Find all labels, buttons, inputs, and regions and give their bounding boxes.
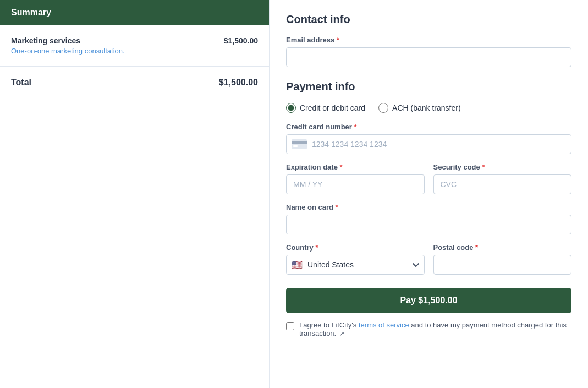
item-name: Marketing services xyxy=(11,36,125,45)
terms-link[interactable]: terms of service xyxy=(359,321,409,329)
svg-rect-2 xyxy=(293,145,298,147)
summary-header: Summary xyxy=(0,0,269,25)
summary-total: Total $1,500.00 xyxy=(0,67,269,99)
terms-text: I agree to FitCity's terms of service an… xyxy=(299,321,571,337)
summary-item-left: Marketing services One-on-one marketing … xyxy=(11,36,125,55)
name-label: Name on card * xyxy=(286,203,571,211)
email-input[interactable] xyxy=(286,47,571,67)
country-select-wrapper: 🇺🇸 United States Canada United Kingdom A… xyxy=(286,255,425,275)
payment-method-radio-group: Credit or debit card ACH (bank transfer) xyxy=(286,103,571,113)
radio-card-option[interactable]: Credit or debit card xyxy=(286,103,365,113)
radio-ach-option[interactable]: ACH (bank transfer) xyxy=(378,103,460,113)
external-link-icon: ↗ xyxy=(339,330,344,337)
payment-section-title: Payment info xyxy=(286,80,571,93)
exp-required-star: * xyxy=(340,163,343,171)
expiration-label: Expiration date * xyxy=(286,163,425,171)
country-field-group: Country * 🇺🇸 United States Canada United… xyxy=(286,243,425,275)
radio-card-label: Credit or debit card xyxy=(300,103,365,112)
terms-row: I agree to FitCity's terms of service an… xyxy=(286,321,571,337)
expiration-field-group: Expiration date * xyxy=(286,163,425,194)
total-price: $1,500.00 xyxy=(219,78,258,88)
card-number-input[interactable] xyxy=(286,134,571,154)
postal-required-star: * xyxy=(475,243,478,252)
postal-field-group: Postal code * xyxy=(433,243,572,275)
item-price: $1,500.00 xyxy=(224,36,258,45)
country-select[interactable]: United States Canada United Kingdom Aust… xyxy=(286,255,425,275)
total-label: Total xyxy=(11,78,31,88)
card-number-label: Credit card number * xyxy=(286,123,571,131)
contact-section: Contact info Email address * xyxy=(286,13,571,67)
expiration-input[interactable] xyxy=(286,174,425,194)
postal-label: Postal code * xyxy=(433,243,572,252)
email-required-star: * xyxy=(337,36,339,44)
card-required-star: * xyxy=(354,123,357,131)
country-label: Country * xyxy=(286,243,425,252)
card-input-wrapper xyxy=(286,134,571,154)
card-icon xyxy=(292,139,307,149)
name-field-group: Name on card * xyxy=(286,203,571,234)
item-description: One-on-one marketing consultation. xyxy=(11,47,125,55)
terms-text-before: I agree to FitCity's xyxy=(299,321,359,329)
exp-security-row: Expiration date * Security code * xyxy=(286,163,571,194)
email-field-group: Email address * xyxy=(286,36,571,67)
radio-card-input[interactable] xyxy=(286,103,296,113)
country-postal-row: Country * 🇺🇸 United States Canada United… xyxy=(286,243,571,275)
svg-rect-0 xyxy=(292,139,307,149)
security-field-group: Security code * xyxy=(433,163,572,194)
security-label: Security code * xyxy=(433,163,572,171)
payment-section: Payment info Credit or debit card ACH (b… xyxy=(286,80,571,337)
security-required-star: * xyxy=(482,163,485,171)
radio-ach-input[interactable] xyxy=(378,103,388,113)
card-number-field-group: Credit card number * xyxy=(286,123,571,154)
summary-item: Marketing services One-on-one marketing … xyxy=(0,25,269,67)
postal-code-input[interactable] xyxy=(433,255,572,275)
payment-panel: Contact info Email address * Payment inf… xyxy=(270,0,588,388)
name-required-star: * xyxy=(336,203,338,211)
country-required-star: * xyxy=(315,243,318,252)
radio-ach-label: ACH (bank transfer) xyxy=(392,103,460,112)
email-label: Email address * xyxy=(286,36,571,44)
terms-checkbox[interactable] xyxy=(286,322,294,330)
pay-button[interactable]: Pay $1,500.00 xyxy=(286,288,571,313)
name-on-card-input[interactable] xyxy=(286,215,571,234)
summary-panel: Summary Marketing services One-on-one ma… xyxy=(0,0,270,388)
security-input[interactable] xyxy=(433,174,572,194)
contact-section-title: Contact info xyxy=(286,13,571,26)
summary-title: Summary xyxy=(11,8,51,17)
svg-rect-1 xyxy=(292,141,307,144)
